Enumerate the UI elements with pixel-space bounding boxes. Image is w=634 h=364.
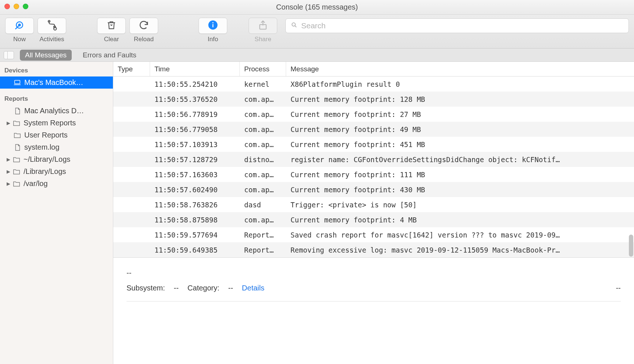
info-icon xyxy=(207,19,218,32)
log-table: Type Time Process Message 11:50:55.25421… xyxy=(113,62,634,258)
sidebar-item-1[interactable]: ▶System Reports xyxy=(0,117,113,129)
chevron-right-icon: ▶ xyxy=(7,120,10,126)
window-controls xyxy=(4,4,28,9)
target-icon xyxy=(14,19,25,32)
table-row[interactable]: 11:50:56.778919com.ap…Current memory foo… xyxy=(113,107,634,122)
share-button: Share xyxy=(249,18,277,43)
reload-icon xyxy=(138,19,149,32)
table-row[interactable]: 11:50:59.577694Report…Saved crash report… xyxy=(113,227,634,242)
cell-message: Current memory footprint: 128 MB xyxy=(286,95,634,103)
activities-button[interactable]: Activities xyxy=(38,18,66,43)
cell-message: Current memory footprint: 430 MB xyxy=(286,186,634,194)
detail-subsystem-value: -- xyxy=(174,284,178,292)
detail-category-label: Category: xyxy=(188,284,220,292)
minimize-window[interactable] xyxy=(14,4,19,9)
scrollbar[interactable] xyxy=(627,76,633,257)
search-input[interactable] xyxy=(301,21,623,30)
now-button[interactable]: Now xyxy=(5,18,34,43)
table-row[interactable]: 11:50:59.649385Report…Removing excessive… xyxy=(113,242,634,257)
cell-time: 11:50:55.254210 xyxy=(150,80,240,88)
cell-time: 11:50:58.875898 xyxy=(150,216,240,224)
sidebar-item-label: /Library/Logs xyxy=(24,167,66,176)
close-window[interactable] xyxy=(4,4,10,9)
search-field[interactable] xyxy=(285,18,629,33)
cell-time: 11:50:59.577694 xyxy=(150,231,240,239)
info-button[interactable]: Info xyxy=(199,18,227,43)
reload-button[interactable]: Reload xyxy=(129,18,158,43)
detail-placeholder: -- xyxy=(127,269,621,277)
table-header: Type Time Process Message xyxy=(113,62,634,76)
folder-icon xyxy=(13,168,21,176)
sidebar-item-label: Mac Analytics D… xyxy=(24,107,84,115)
search-icon xyxy=(291,22,298,30)
sidebar-item-3[interactable]: system.log xyxy=(0,141,113,153)
svg-point-8 xyxy=(292,23,295,26)
cell-time: 11:50:57.103913 xyxy=(150,140,240,149)
sidebar-item-0[interactable]: Mac Analytics D… xyxy=(0,105,113,117)
table-row[interactable]: 11:50:55.376520com.ap…Current memory foo… xyxy=(113,92,634,107)
chevron-right-icon: ▶ xyxy=(7,169,10,174)
window-title: Console (165 messages) xyxy=(276,3,358,11)
cell-process: com.ap… xyxy=(240,125,286,133)
filter-errors-faults[interactable]: Errors and Faults xyxy=(78,50,142,61)
sidebar-item-2[interactable]: User Reports xyxy=(0,129,113,141)
cell-time: 11:50:57.128729 xyxy=(150,156,240,164)
sidebar-item-label: System Reports xyxy=(24,119,76,127)
sidebar-item-label: ~/Library/Logs xyxy=(24,155,70,164)
sidebar-device-label: Mac's MacBook… xyxy=(24,78,83,87)
sidebar-device[interactable]: Mac's MacBook… xyxy=(0,76,113,89)
cell-message: Saved crash report for masvc[1642] versi… xyxy=(286,231,634,239)
toolbar: Now Activities Clear Reload xyxy=(0,15,634,49)
filter-bar: All Messages Errors and Faults xyxy=(0,49,634,62)
zoom-window[interactable] xyxy=(23,4,28,9)
table-row[interactable]: 11:50:57.128729distno…register name: CGF… xyxy=(113,152,634,167)
svg-point-6 xyxy=(212,22,213,23)
detail-subsystem-label: Subsystem: xyxy=(127,284,165,292)
filter-all-messages[interactable]: All Messages xyxy=(20,50,72,61)
sidebar-reports-header: Reports xyxy=(0,94,113,105)
cell-time: 11:50:57.602490 xyxy=(150,186,240,194)
table-row[interactable]: 11:50:58.875898com.ap…Current memory foo… xyxy=(113,212,634,227)
folder-icon xyxy=(13,131,21,139)
sidebar-item-label: User Reports xyxy=(24,131,68,139)
laptop-icon xyxy=(13,79,21,87)
col-type[interactable]: Type xyxy=(113,62,150,76)
sidebar-item-6[interactable]: ▶/var/log xyxy=(0,178,113,190)
cell-time: 11:50:56.778919 xyxy=(150,110,240,118)
chevron-right-icon: ▶ xyxy=(7,157,10,162)
share-icon xyxy=(257,19,268,32)
cell-time: 11:50:59.649385 xyxy=(150,246,240,254)
activities-icon xyxy=(46,19,57,32)
col-time[interactable]: Time xyxy=(150,62,240,76)
titlebar: Console (165 messages) xyxy=(0,0,634,15)
detail-pane: -- Subsystem: -- Category: -- Details -- xyxy=(113,258,634,313)
table-row[interactable]: 11:50:57.103913com.ap…Current memory foo… xyxy=(113,137,634,152)
cell-message: Current memory footprint: 4 MB xyxy=(286,216,634,224)
cell-message: Trigger: <private> is now [50] xyxy=(286,201,634,209)
table-row[interactable]: 11:50:55.254210kernelX86PlatformPlugin r… xyxy=(113,76,634,92)
table-row[interactable]: 11:50:58.763826dasdTrigger: <private> is… xyxy=(113,197,634,212)
sidebar-toggle-button[interactable] xyxy=(4,51,14,59)
table-row[interactable]: 11:50:57.602490com.ap…Current memory foo… xyxy=(113,182,634,197)
sidebar: Devices Mac's MacBook… Reports Mac Analy… xyxy=(0,62,113,364)
clear-button[interactable]: Clear xyxy=(97,18,126,43)
detail-details-link[interactable]: Details xyxy=(242,284,264,292)
sidebar-item-4[interactable]: ▶~/Library/Logs xyxy=(0,153,113,165)
svg-rect-5 xyxy=(213,24,214,28)
folder-icon xyxy=(13,156,21,164)
sidebar-item-5[interactable]: ▶/Library/Logs xyxy=(0,165,113,178)
cell-time: 11:50:57.163603 xyxy=(150,171,240,179)
cell-message: Current memory footprint: 111 MB xyxy=(286,171,634,179)
col-message[interactable]: Message xyxy=(286,62,634,76)
sidebar-devices-header: Devices xyxy=(0,65,113,76)
table-row[interactable]: 11:50:56.779058com.ap…Current memory foo… xyxy=(113,122,634,137)
cell-process: com.ap… xyxy=(240,216,286,224)
cell-message: X86PlatformPlugin result 0 xyxy=(286,80,634,88)
cell-process: com.ap… xyxy=(240,186,286,194)
folder-icon xyxy=(13,180,21,188)
col-process[interactable]: Process xyxy=(240,62,286,76)
cell-time: 11:50:58.763826 xyxy=(150,201,240,209)
scrollbar-thumb[interactable] xyxy=(629,235,633,257)
chevron-right-icon: ▶ xyxy=(7,181,10,186)
table-row[interactable]: 11:50:57.163603com.ap…Current memory foo… xyxy=(113,167,634,182)
